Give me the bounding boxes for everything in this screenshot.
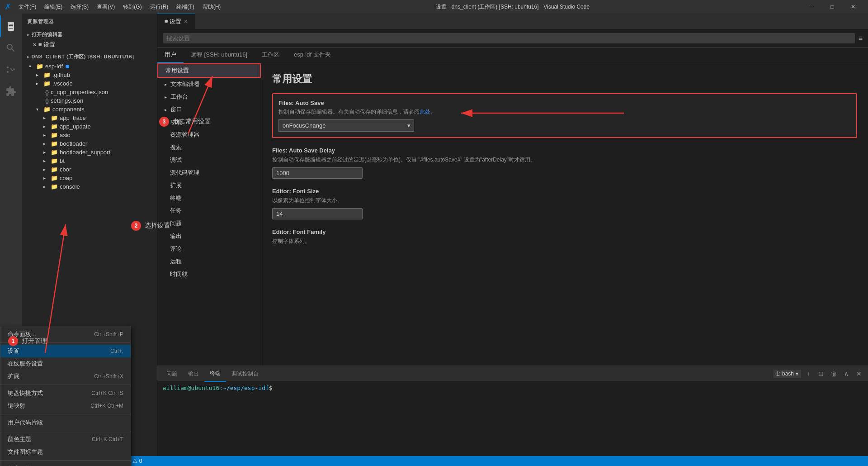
split-terminal-button[interactable]: ⊟ <box>816 368 826 379</box>
annotation-3-label: 点击常用设置 <box>173 118 211 126</box>
project-section[interactable]: ▸ DNS_CLIENT (工作区) [SSH: UBUNTU16] <box>22 52 157 62</box>
tree-settings-json[interactable]: {} settings.json <box>22 96 157 105</box>
nav-tasks[interactable]: 任务 <box>157 204 261 217</box>
menu-item-online-services[interactable]: 在线服务设置 <box>0 357 131 370</box>
tree-cpp-props[interactable]: {} c_cpp_properties.json <box>22 88 157 96</box>
terminal-tabs-bar: 问题 输出 终端 调试控制台 1: bash ▾ + ⊟ 🗑 ∧ ✕ <box>157 366 868 382</box>
fontsize-input[interactable] <box>272 208 363 219</box>
close-panel-button[interactable]: ✕ <box>854 368 864 379</box>
settings-search-input[interactable] <box>163 33 855 43</box>
open-editors-section[interactable]: ▸ 打开的编辑器 <box>22 29 157 40</box>
menu-run[interactable]: 运行(R) <box>146 2 172 12</box>
menu-view[interactable]: 查看(V) <box>93 2 118 12</box>
nav-timeline[interactable]: 时间线 <box>157 268 261 281</box>
tab-espidf[interactable]: esp-idf 文件夹 <box>287 48 338 63</box>
tree-esp-idf[interactable]: ▾ 📁 esp-idf <box>22 62 157 71</box>
titlebar-menu: 文件(F) 编辑(E) 选择(S) 查看(V) 转到(G) 运行(R) 终端(T… <box>15 2 224 12</box>
nav-problems[interactable]: 问题 <box>157 217 261 230</box>
menu-item-user-snippets[interactable]: 用户代码片段 <box>0 416 131 429</box>
nav-item-label: 输出 <box>170 232 182 240</box>
tree-vscode[interactable]: ▸ 📁 .vscode <box>22 79 157 88</box>
nav-item-label: 终端 <box>170 194 182 202</box>
tab-output[interactable]: 输出 <box>183 366 204 382</box>
nav-comments[interactable]: 评论 <box>157 243 261 255</box>
delay-input[interactable] <box>272 167 363 179</box>
menu-help[interactable]: 帮助(H) <box>199 2 225 12</box>
nav-debug[interactable]: 调试 <box>157 154 261 166</box>
nav-text-editor[interactable]: ▸ 文本编辑器 <box>157 78 261 90</box>
folder-icon: 📁 <box>43 71 51 78</box>
folder-icon: 📁 <box>51 114 58 121</box>
autosave-link[interactable]: 此处 <box>420 109 430 115</box>
folder-icon: 📁 <box>43 80 51 87</box>
minimize-button[interactable]: ─ <box>801 0 822 14</box>
menu-item-file-icon-theme[interactable]: 文件图标主题 <box>0 446 131 458</box>
terminal-area: 问题 输出 终端 调试控制台 1: bash ▾ + ⊟ 🗑 ∧ ✕ will <box>157 366 868 456</box>
nav-item-label: 窗口 <box>170 105 182 114</box>
close-button[interactable]: ✕ <box>843 0 863 14</box>
activity-scm[interactable] <box>0 59 22 81</box>
menu-item-check-updates[interactable]: 检查更新... <box>0 462 131 466</box>
tree-asio[interactable]: ▸ 📁 asio <box>22 131 157 139</box>
menu-item-extensions[interactable]: 扩展 Ctrl+Shift+X <box>0 370 131 383</box>
activity-explorer[interactable] <box>0 15 22 37</box>
tab-workspace[interactable]: 工作区 <box>255 48 287 63</box>
autosave-dropdown[interactable]: off afterDelay onFocusChange onWindowCha… <box>278 119 414 132</box>
menu-file[interactable]: 文件(F) <box>15 2 40 12</box>
menu-terminal[interactable]: 终端(T) <box>173 2 198 12</box>
tree-components[interactable]: ▾ 📁 components <box>22 105 157 114</box>
open-editor-label: ≡ 设置 <box>38 41 55 49</box>
tree-coap[interactable]: ▸ 📁 coap <box>22 174 157 182</box>
nav-item-label: 评论 <box>170 245 182 253</box>
menu-edit[interactable]: 编辑(E) <box>41 2 66 12</box>
tab-debug-console[interactable]: 调试控制台 <box>226 366 264 382</box>
tab-settings[interactable]: ≡ 设置 ✕ <box>157 14 195 29</box>
menu-item-keymaps[interactable]: 键映射 Ctrl+K Ctrl+M <box>0 399 131 412</box>
new-terminal-button[interactable]: + <box>803 368 814 379</box>
settings-sidebar: 常用设置 ▸ 文本编辑器 ▸ 工作台 ▸ 窗口 ▾ <box>157 63 261 366</box>
maximize-button[interactable]: □ <box>822 0 843 14</box>
activity-search[interactable] <box>0 37 22 59</box>
tree-console[interactable]: ▸ 📁 console <box>22 182 157 191</box>
activity-extensions[interactable] <box>0 81 22 102</box>
tree-bootloader[interactable]: ▸ 📁 bootloader <box>22 139 157 148</box>
open-editor-settings[interactable]: ✕ ≡ 设置 <box>22 40 157 50</box>
tree-github[interactable]: ▸ 📁 .github <box>22 71 157 79</box>
menu-goto[interactable]: 转到(G) <box>119 2 145 12</box>
fontsize-desc: 以像素为单位控制字体大小。 <box>272 196 857 204</box>
close-icon[interactable]: ✕ <box>33 42 37 48</box>
nav-window[interactable]: ▸ 窗口 <box>157 103 261 116</box>
nav-output[interactable]: 输出 <box>157 230 261 243</box>
filter-icon[interactable]: ≡ <box>859 34 863 43</box>
menu-item-keyboard-shortcuts[interactable]: 键盘快捷方式 Ctrl+K Ctrl+S <box>0 387 131 399</box>
nav-workbench[interactable]: ▸ 工作台 <box>157 90 261 103</box>
nav-search[interactable]: 搜索 <box>157 141 261 154</box>
tree-app-trace[interactable]: ▸ 📁 app_trace <box>22 114 157 122</box>
menu-item-color-theme[interactable]: 颜色主题 Ctrl+K Ctrl+T <box>0 433 131 446</box>
tab-close-icon[interactable]: ✕ <box>184 19 188 24</box>
nav-item-label: 源代码管理 <box>170 169 199 177</box>
menu-item-settings[interactable]: 设置 Ctrl+, <box>0 345 131 357</box>
tree-label: cbor <box>60 166 71 173</box>
nav-common-settings[interactable]: 常用设置 <box>157 63 261 78</box>
shell-selector[interactable]: 1: bash ▾ <box>774 370 801 378</box>
kill-terminal-button[interactable]: 🗑 <box>828 368 839 379</box>
tab-user[interactable]: 用户 <box>157 48 184 63</box>
tree-cbor[interactable]: ▸ 📁 cbor <box>22 165 157 174</box>
nav-scm[interactable]: 源代码管理 <box>157 166 261 179</box>
tab-problems[interactable]: 问题 <box>161 366 183 382</box>
tree-bootloader-support[interactable]: ▸ 📁 bootloader_support <box>22 148 157 157</box>
tab-terminal[interactable]: 终端 <box>204 366 226 382</box>
tree-app-update[interactable]: ▸ 📁 app_update <box>22 122 157 131</box>
nav-extensions[interactable]: 扩展 <box>157 179 261 192</box>
tree-label: .github <box>52 71 70 78</box>
maximize-panel-button[interactable]: ∧ <box>841 368 852 379</box>
tree-bt[interactable]: ▸ 📁 bt <box>22 157 157 165</box>
tab-remote[interactable]: 远程 [SSH: ubuntu16] <box>184 48 255 63</box>
nav-remote[interactable]: 远程 <box>157 255 261 268</box>
tree-label: bt <box>60 157 65 164</box>
nav-terminal[interactable]: 终端 <box>157 192 261 204</box>
menu-select[interactable]: 选择(S) <box>67 2 92 12</box>
nav-explorer[interactable]: 资源管理器 <box>157 128 261 141</box>
terminal-prompt: william@ubuntu16 <box>163 385 219 391</box>
